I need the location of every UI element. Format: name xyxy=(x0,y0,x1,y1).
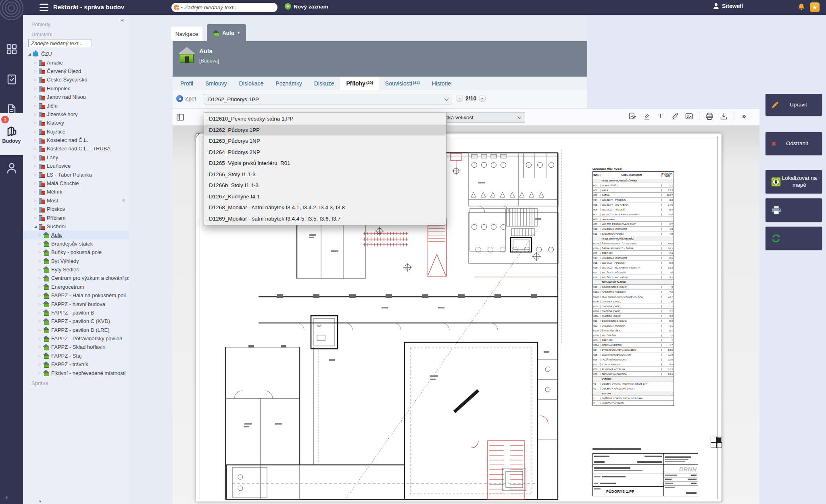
expanded-arrow-icon[interactable] xyxy=(33,225,38,229)
rail-tasks-icon[interactable] xyxy=(0,74,23,85)
tree-item-fappz-pavilon-d-lre[interactable]: FAPPZ - pavilon D (LRE) xyxy=(23,326,129,334)
collapsed-arrow-icon[interactable] xyxy=(33,181,38,185)
tree-item-fappz-pavilon-c-kvd[interactable]: FAPPZ - pavilon C (KVD) xyxy=(23,317,129,325)
collapsed-arrow-icon[interactable] xyxy=(33,78,38,81)
draw-pen-icon[interactable] xyxy=(671,112,679,120)
tree-item-ls-t-bor-polanka[interactable]: LS - Tábor Polanka xyxy=(23,170,129,179)
notifications-bell-icon[interactable] xyxy=(798,3,805,11)
tab-souvislosti[interactable]: Souvislosti(44) xyxy=(379,77,426,90)
new-record-button[interactable]: + Nový záznam xyxy=(285,3,328,10)
dropdown-item[interactable]: D1267_Kuchyne I4.1 xyxy=(204,191,446,202)
tree-item-fappz-sklad-ho-lavin[interactable]: FAPPZ - Sklad hořlavin xyxy=(23,343,129,351)
tab-p-lohy[interactable]: Přílohy(29) xyxy=(340,77,379,90)
collapsed-arrow-icon[interactable] xyxy=(37,354,42,358)
tree-item-energocetrum[interactable]: Energocetrum xyxy=(23,283,129,291)
rail-people-icon[interactable] xyxy=(0,162,23,174)
collapsed-arrow-icon[interactable] xyxy=(33,207,38,211)
collapsed-arrow-icon[interactable] xyxy=(33,87,38,90)
expanded-arrow-icon[interactable] xyxy=(27,52,32,56)
tree-item-esk-v-carsko[interactable]: České Švýcarsko xyxy=(23,75,129,84)
collapsed-arrow-icon[interactable] xyxy=(37,371,42,375)
collapsed-arrow-icon[interactable] xyxy=(33,173,38,177)
tab-pozn-mky[interactable]: Poznámky xyxy=(269,77,308,90)
collapsed-arrow-icon[interactable] xyxy=(33,95,38,99)
tree-item-klatovy[interactable]: Klatovy xyxy=(23,119,129,127)
tree-search-input[interactable] xyxy=(28,39,92,47)
collapsed-arrow-icon[interactable] xyxy=(37,337,42,340)
search-scope-caret-icon[interactable]: ▾ xyxy=(181,6,183,9)
tree-item-centrum-pro-v-zkum-a-chov-n-ps[interactable]: Centrum pro výzkum a chování psů xyxy=(23,274,129,282)
tree-item-most[interactable]: Most xyxy=(23,196,129,205)
tree-item-jizersk-hory[interactable]: Jizerské hory xyxy=(23,110,129,119)
edit-button[interactable]: Upravit xyxy=(766,94,822,116)
more-tools-icon[interactable]: » xyxy=(740,112,748,120)
collapsed-arrow-icon[interactable] xyxy=(37,328,42,332)
tab-navigace[interactable]: Navigace xyxy=(171,27,202,41)
collapsed-arrow-icon[interactable] xyxy=(37,268,42,271)
user-menu[interactable]: Sitewell xyxy=(713,3,743,9)
delete-button[interactable]: ✖ Odstranit xyxy=(766,132,822,155)
collapsed-arrow-icon[interactable] xyxy=(33,138,38,142)
next-page-button[interactable]: ▸ xyxy=(479,95,486,102)
tree-item-ji-n[interactable]: Jičín xyxy=(23,101,129,110)
back-button[interactable]: ◀ Zpět xyxy=(176,95,196,102)
collapsed-arrow-icon[interactable] xyxy=(37,362,42,366)
dropdown-item[interactable]: D1264_Půdorys 2NP xyxy=(204,147,446,158)
tree-item-fiktivn-nep-eveden-m-stnosti[interactable]: Fiktivní - nepřevedené místnosti xyxy=(23,369,129,377)
print-record-button[interactable] xyxy=(766,198,822,222)
collapsed-arrow-icon[interactable] xyxy=(33,61,38,65)
tree-item-kostelec-nad-l[interactable]: Kostelec nad Č.L. xyxy=(23,136,129,144)
print-icon[interactable] xyxy=(705,112,713,120)
refresh-button[interactable] xyxy=(766,227,822,250)
dropdown-item[interactable]: D1266b_Stoly I1.1-3 xyxy=(204,180,446,191)
tree-item-kojetice[interactable]: Kojetice xyxy=(23,127,129,136)
tree-item-bu-ky-pokusn-pole[interactable]: Buňky - pokusná pole xyxy=(23,248,129,256)
tree-item-fappz-tr-vn-k[interactable]: FAPPZ - trávník xyxy=(23,360,129,369)
tab-smlouvy[interactable]: Smlouvy xyxy=(199,77,233,90)
tree-item-zu[interactable]: ČZU xyxy=(23,50,129,58)
tree-item-ploskov[interactable]: Ploskov xyxy=(23,205,129,213)
dropdown-item[interactable]: D1263_Půdorys 1NP xyxy=(204,135,446,147)
collapsed-arrow-icon[interactable] xyxy=(33,112,38,116)
tree-item-byty-sedlec[interactable]: Byty Sedlec xyxy=(23,265,129,274)
tab-dislokace[interactable]: Dislokace xyxy=(233,77,270,90)
menu-icon[interactable] xyxy=(40,4,48,11)
tree-item-fappz-hlavn-budova[interactable]: FAPPZ - hlavní budova xyxy=(23,300,129,308)
sidebar-panel-toggle-icon[interactable] xyxy=(177,114,184,121)
collapsed-arrow-icon[interactable] xyxy=(33,190,38,194)
collapsed-arrow-icon[interactable] xyxy=(33,164,38,168)
tree-item-p-bram[interactable]: Příbram xyxy=(23,213,129,222)
tab-historie[interactable]: Historie xyxy=(426,77,457,90)
collapsed-arrow-icon[interactable] xyxy=(37,319,42,323)
collapsed-arrow-icon[interactable] xyxy=(37,250,42,254)
prev-page-button[interactable]: ◂ xyxy=(456,95,463,102)
dropdown-item[interactable]: D1268_Mobiliář - šatní nábytek I3.4.1, I… xyxy=(204,202,446,213)
tree-item-kostelec-nad-l-truba[interactable]: Kostelec nad Č.L. - TRUBA xyxy=(23,144,129,153)
tree-item-humpolec[interactable]: Humpolec xyxy=(23,84,129,93)
dropdown-item[interactable]: D1269_Mobiliář - šatní nábytek I3.4.4-5,… xyxy=(204,213,446,225)
collapsed-arrow-icon[interactable] xyxy=(33,216,38,220)
tab-diskuze[interactable]: Diskuze xyxy=(308,77,340,90)
dropdown-item[interactable]: D12610_Pevne vesaky-satna 1.PP xyxy=(204,113,446,125)
tab-aula[interactable]: Aula ▼ xyxy=(207,24,246,41)
collapsed-arrow-icon[interactable] xyxy=(33,199,38,202)
text-annotation-icon[interactable]: T xyxy=(657,112,665,120)
tree-item-byt-v-hledy[interactable]: Byt Výhledy xyxy=(23,256,129,265)
tree-item-lou-ovice[interactable]: Louňovice xyxy=(23,162,129,170)
tree-item-fappz-hala-na-pokusn-m-poli[interactable]: FAPPZ - Hala na pokusném poli xyxy=(23,291,129,300)
tree-item-brandejs-v-statek[interactable]: Brandejsův statek xyxy=(23,240,129,248)
collapsed-arrow-icon[interactable] xyxy=(33,69,38,73)
document-select[interactable]: D1262_Půdorys 1PP xyxy=(204,94,452,104)
sidebar-collapse-icon[interactable]: ◀ xyxy=(121,18,123,22)
tree-item-fappz-potravin-sk-pavilon[interactable]: FAPPZ - Potravinářský pavilon xyxy=(23,334,129,343)
tree-item-aula[interactable]: Aula xyxy=(23,231,129,239)
tree-item-mal-chuchle[interactable]: Malá Chuchle xyxy=(23,179,129,187)
global-search-input[interactable] xyxy=(184,4,261,10)
tree-item-m-ln-k[interactable]: Mělník xyxy=(23,187,129,196)
collapsed-arrow-icon[interactable] xyxy=(33,147,38,150)
tree-item-janov-nad-nisou[interactable]: Janov nad Nisou xyxy=(23,93,129,101)
rail-dashboard-icon[interactable] xyxy=(0,44,23,54)
collapsed-arrow-icon[interactable] xyxy=(37,311,42,314)
collapsed-arrow-icon[interactable] xyxy=(33,156,38,159)
collapsed-arrow-icon[interactable] xyxy=(37,345,42,349)
